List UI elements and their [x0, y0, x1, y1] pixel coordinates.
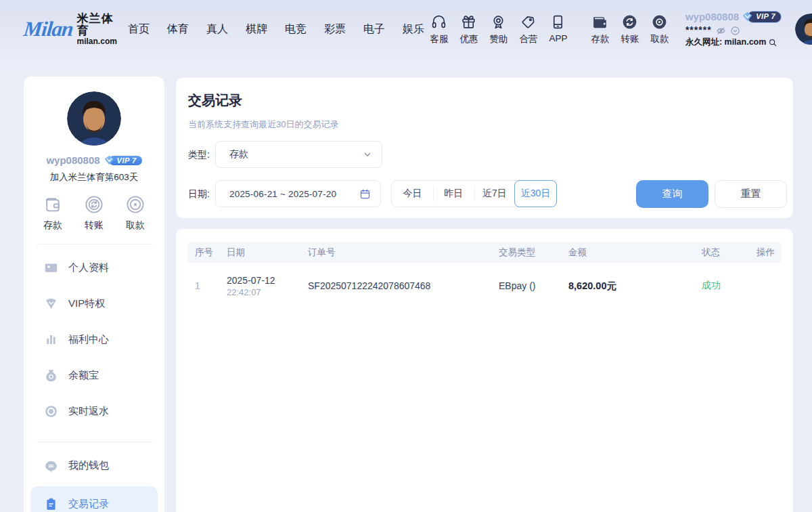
nav-item-esports[interactable]: 电竞 [285, 22, 307, 37]
cell-date: 2025-07-12 22:42:07 [227, 275, 308, 297]
vip-diamond-icon [104, 154, 115, 166]
sidebar-item-yuebao[interactable]: 余额宝 [24, 358, 164, 393]
handshake-icon [520, 14, 537, 30]
permanent-url: 永久网址: milan.com [685, 37, 766, 48]
table-row: 1 2025-07-12 22:42:07 SF2025071222420786… [188, 263, 781, 309]
logo-brand-name: 米兰体育 [77, 13, 117, 37]
search-icon[interactable] [768, 38, 777, 47]
date-label: 日期: [188, 188, 210, 200]
sidebar-item-label: 福利中心 [68, 333, 109, 346]
transfer-icon [84, 194, 104, 215]
sidebar-item-profile[interactable]: 个人资料 [24, 250, 164, 286]
sidebar: wyp080808 VIP 7 加入米兰体育第603天 存款 转账 取款 个人资… [24, 77, 164, 512]
nav-promo-label: 优惠 [459, 33, 478, 45]
sidebar-item-label: 个人资料 [68, 261, 109, 274]
vip-badge: VIP 7 [742, 12, 782, 22]
nav-item-cards[interactable]: 棋牌 [246, 22, 267, 37]
cell-index: 1 [195, 280, 227, 291]
nav-item-sports[interactable]: 体育 [167, 22, 189, 37]
cell-order-no: SF202507122242078607468 [308, 280, 499, 291]
sidebar-item-wallet[interactable]: 我的钱包 [24, 448, 164, 484]
records-icon [44, 497, 58, 511]
nav-item-home[interactable]: 首页 [128, 22, 150, 37]
sidebar-item-label: 我的钱包 [68, 459, 109, 472]
headset-icon [430, 14, 447, 30]
withdraw-icon [125, 194, 145, 215]
sidebar-deposit-label: 存款 [43, 219, 62, 232]
nav-app-label: APP [549, 33, 567, 43]
date-quick-ranges: 今日 昨日 近7日 近30日 [391, 180, 557, 207]
chevron-down-icon [363, 150, 372, 159]
refresh-circle-icon[interactable] [730, 26, 740, 36]
trophy-icon [490, 14, 507, 30]
type-select-value: 存款 [229, 148, 363, 161]
nav-deposit-button[interactable]: 存款 [585, 14, 615, 45]
sidebar-transfer-button[interactable]: 转账 [84, 194, 104, 232]
avatar-photo [67, 91, 121, 146]
vip-diamond-icon [742, 11, 753, 22]
user-summary: wyp080808 VIP 7 ****** 永久网址: milan.com [685, 11, 788, 48]
nav-item-slots[interactable]: 电子 [363, 22, 385, 37]
sidebar-item-label: 交易记录 [68, 498, 109, 511]
cell-status: 成功 [702, 280, 757, 292]
range-yesterday-button[interactable]: 昨日 [433, 181, 474, 207]
sidebar-withdraw-button[interactable]: 取款 [125, 194, 145, 232]
col-order-no: 订单号 [308, 247, 499, 259]
avatar-photo [795, 14, 812, 45]
nav-sponsor-button[interactable]: 赞助 [484, 14, 514, 45]
sidebar-item-welfare[interactable]: 福利中心 [24, 322, 164, 358]
range-7days-button[interactable]: 近7日 [474, 181, 516, 207]
nav-item-live[interactable]: 真人 [206, 22, 228, 37]
id-card-icon [44, 261, 58, 275]
logo-domain: milan.com [77, 37, 117, 46]
nav-withdraw-button[interactable]: 取款 [645, 14, 675, 45]
calendar-icon [359, 188, 371, 200]
username: wyp080808 [685, 11, 739, 24]
sidebar-menu: 个人资料 VIP特权 福利中心 余额宝 实时返水 我的钱包 交易记录 [24, 244, 164, 512]
sidebar-quick-actions: 存款 转账 取款 [24, 194, 164, 232]
range-30days-button[interactable]: 近30日 [514, 180, 557, 207]
sidebar-withdraw-label: 取款 [126, 219, 145, 232]
logo-script-text: Milan [22, 17, 74, 41]
nav-promo-button[interactable]: 优惠 [454, 14, 484, 45]
top-navbar: Milan 米兰体育 milan.com 首页 体育 真人 棋牌 电竞 彩票 电… [0, 0, 812, 58]
sidebar-item-label: 实时返水 [68, 405, 109, 418]
query-button[interactable]: 查询 [636, 180, 708, 208]
col-amount: 金额 [568, 247, 702, 259]
page-title: 交易记录 [188, 91, 242, 110]
filters-card: 交易记录 当前系统支持查询最近30日的交易记录 类型: 存款 日期: 2025-… [176, 78, 793, 218]
sidebar-item-label: 余额宝 [68, 369, 99, 382]
sidebar-deposit-button[interactable]: 存款 [43, 194, 63, 232]
type-select[interactable]: 存款 [215, 141, 382, 168]
profile-vip-badge: VIP 7 [104, 155, 142, 166]
nav-support-button[interactable]: 客服 [424, 14, 454, 45]
sidebar-divider [36, 442, 152, 442]
nav-item-casino[interactable]: 娱乐 [403, 22, 424, 37]
nav-item-lottery[interactable]: 彩票 [324, 22, 346, 37]
reset-button[interactable]: 重置 [715, 180, 787, 208]
date-range-input[interactable]: 2025-06-21 ~ 2025-07-20 [215, 180, 381, 207]
main-nav: 首页 体育 真人 棋牌 电竞 彩票 电子 娱乐 [128, 22, 424, 37]
deposit-wallet-icon [591, 14, 608, 30]
nav-support-label: 客服 [430, 33, 448, 45]
nav-transfer-button[interactable]: 转账 [615, 14, 645, 45]
nav-app-button[interactable]: APP [543, 14, 573, 45]
range-today-button[interactable]: 今日 [392, 181, 433, 207]
brand-logo[interactable]: Milan 米兰体育 milan.com [24, 13, 117, 45]
eye-off-icon[interactable] [716, 26, 726, 36]
purse-icon [44, 458, 58, 473]
masked-balance: ****** [685, 24, 712, 37]
sidebar-item-transactions[interactable]: 交易记录 [30, 486, 158, 512]
gift-icon [460, 14, 477, 30]
sidebar-item-rebate[interactable]: 实时返水 [24, 393, 164, 429]
profile-avatar[interactable] [67, 91, 121, 146]
date-range-value: 2025-06-21 ~ 2025-07-20 [229, 189, 359, 199]
nav-affiliate-button[interactable]: 合营 [514, 14, 543, 45]
rebate-icon [44, 404, 58, 419]
nav-deposit-label: 存款 [591, 33, 609, 45]
wallet-icon [43, 194, 63, 215]
cell-amount: 8,620.00元 [568, 280, 702, 293]
sidebar-item-vip[interactable]: VIP特权 [24, 286, 164, 322]
user-avatar[interactable] [795, 14, 812, 45]
nav-transfer-label: 转账 [621, 33, 639, 45]
